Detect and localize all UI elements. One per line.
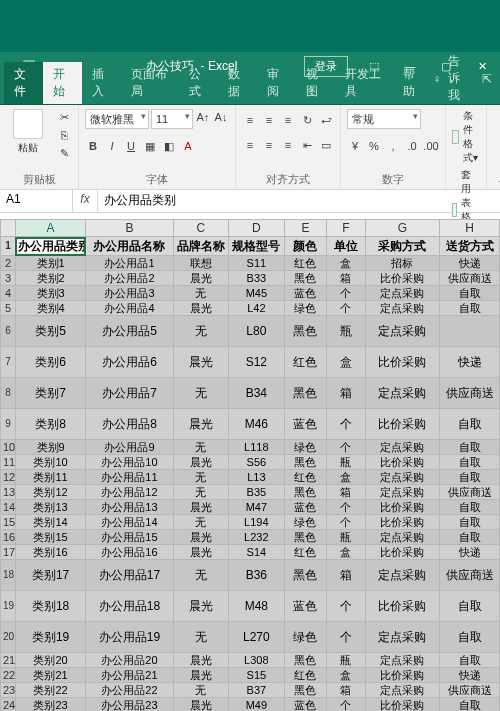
cell[interactable]: 晨光: [173, 545, 228, 560]
cell[interactable]: 办公用品15: [86, 530, 173, 545]
cell[interactable]: 蓝色: [284, 698, 327, 712]
cell[interactable]: 自取: [440, 409, 500, 440]
cell[interactable]: 办公用品21: [86, 668, 173, 683]
cell[interactable]: 类别23: [15, 698, 85, 712]
table-row[interactable]: 20类别19办公用品19无L270绿色个定点采购自取: [1, 622, 500, 653]
cell[interactable]: 办公用品23: [86, 698, 173, 712]
font-name-select[interactable]: 微软雅黑: [85, 109, 149, 129]
cell[interactable]: 比价采购: [365, 500, 440, 515]
cell[interactable]: 供应商送: [440, 485, 500, 500]
cell[interactable]: 快递: [440, 545, 500, 560]
select-all-corner[interactable]: [1, 220, 16, 237]
table-row[interactable]: 5类别4办公用品4晨光L42绿色个定点采购自取: [1, 301, 500, 316]
cell[interactable]: 瓶: [327, 653, 365, 668]
table-row[interactable]: 23类别22办公用品22无B37黑色箱定点采购供应商送: [1, 683, 500, 698]
tab-dev[interactable]: 开发工具: [335, 62, 393, 104]
table-row[interactable]: 4类别3办公用品3无M45蓝色个定点采购自取: [1, 286, 500, 301]
cell[interactable]: 黑色: [284, 455, 327, 470]
cell[interactable]: 晨光: [173, 455, 228, 470]
row-number[interactable]: 6: [1, 316, 16, 347]
cell[interactable]: 自取: [440, 591, 500, 622]
cell[interactable]: 晨光: [173, 530, 228, 545]
row-number[interactable]: 23: [1, 683, 16, 698]
col-A[interactable]: A: [15, 220, 85, 237]
header-cell[interactable]: 办公用品类别: [15, 237, 85, 256]
cell[interactable]: S14: [229, 545, 284, 560]
cell[interactable]: 比价采购: [365, 545, 440, 560]
cell[interactable]: 类别11: [15, 470, 85, 485]
cell[interactable]: 瓶: [327, 455, 365, 470]
table-row[interactable]: 13类别12办公用品12无B35黑色箱定点采购供应商送: [1, 485, 500, 500]
cell[interactable]: 箱: [327, 560, 365, 591]
cell[interactable]: 黑色: [284, 683, 327, 698]
cell[interactable]: 办公用品12: [86, 485, 173, 500]
row-number[interactable]: 3: [1, 271, 16, 286]
cell[interactable]: 办公用品18: [86, 591, 173, 622]
cell[interactable]: 自取: [440, 440, 500, 455]
cut-icon[interactable]: ✂: [56, 109, 72, 125]
cell[interactable]: 黑色: [284, 378, 327, 409]
header-cell[interactable]: 办公用品名称: [86, 237, 173, 256]
align-top-icon[interactable]: ≡: [242, 112, 258, 128]
cell[interactable]: 供应商送: [440, 683, 500, 698]
table-row[interactable]: 19类别18办公用品18晨光M48蓝色个比价采购自取: [1, 591, 500, 622]
row-number[interactable]: 18: [1, 560, 16, 591]
row-number[interactable]: 7: [1, 347, 16, 378]
cell[interactable]: 箱: [327, 485, 365, 500]
header-cell[interactable]: 品牌名称: [173, 237, 228, 256]
cell[interactable]: 类别17: [15, 560, 85, 591]
cell[interactable]: 自取: [440, 653, 500, 668]
cell[interactable]: 绿色: [284, 301, 327, 316]
cell[interactable]: 箱: [327, 683, 365, 698]
table-row[interactable]: 10类别9办公用品9无L118绿色个定点采购自取: [1, 440, 500, 455]
insert-cells-button[interactable]: 插入: [493, 109, 500, 155]
table-row[interactable]: 8类别7办公用品7无B34黑色箱定点采购供应商送: [1, 378, 500, 409]
cell[interactable]: 箱: [327, 378, 365, 409]
cell[interactable]: 无: [173, 485, 228, 500]
align-bot-icon[interactable]: ≡: [280, 112, 296, 128]
align-center-icon[interactable]: ≡: [261, 137, 277, 153]
cell[interactable]: 绿色: [284, 440, 327, 455]
cell[interactable]: 自取: [440, 455, 500, 470]
inc-dec-icon[interactable]: .0: [404, 138, 420, 154]
col-E[interactable]: E: [284, 220, 327, 237]
row-number[interactable]: 19: [1, 591, 16, 622]
cell[interactable]: B35: [229, 485, 284, 500]
cell[interactable]: 盒: [327, 668, 365, 683]
cell[interactable]: 比价采购: [365, 668, 440, 683]
cell[interactable]: 供应商送: [440, 560, 500, 591]
font-color-icon[interactable]: A: [180, 138, 196, 154]
cell[interactable]: L270: [229, 622, 284, 653]
cell[interactable]: 办公用品22: [86, 683, 173, 698]
cell[interactable]: 类别20: [15, 653, 85, 668]
fill-color-icon[interactable]: ◧: [161, 138, 177, 154]
cond-format-button[interactable]: 条件格式▾: [452, 109, 480, 165]
cell[interactable]: 箱: [327, 271, 365, 286]
cell[interactable]: M49: [229, 698, 284, 712]
cell[interactable]: B37: [229, 683, 284, 698]
cell[interactable]: 无: [173, 515, 228, 530]
col-H[interactable]: H: [440, 220, 500, 237]
percent-icon[interactable]: %: [366, 138, 382, 154]
cell[interactable]: 类别4: [15, 301, 85, 316]
formula-input[interactable]: 办公用品类别: [98, 190, 500, 212]
tell-me[interactable]: 告诉我: [448, 53, 469, 104]
row-number[interactable]: 2: [1, 256, 16, 271]
number-format-select[interactable]: 常规: [347, 109, 421, 129]
cell[interactable]: 比价采购: [365, 591, 440, 622]
col-F[interactable]: F: [327, 220, 365, 237]
cell[interactable]: 办公用品1: [86, 256, 173, 271]
cell[interactable]: 无: [173, 440, 228, 455]
cell[interactable]: 自取: [440, 622, 500, 653]
cell[interactable]: 比价采购: [365, 409, 440, 440]
cell[interactable]: 红色: [284, 545, 327, 560]
cell[interactable]: 办公用品8: [86, 409, 173, 440]
underline-icon[interactable]: U: [123, 138, 139, 154]
tab-home[interactable]: 开始: [43, 62, 82, 104]
table-row[interactable]: 6类别5办公用品5无L80黑色瓶定点采购: [1, 316, 500, 347]
italic-icon[interactable]: I: [104, 138, 120, 154]
orientation-icon[interactable]: ↻: [299, 112, 315, 128]
cell[interactable]: 黑色: [284, 485, 327, 500]
name-box[interactable]: A1: [0, 190, 73, 212]
cell[interactable]: 类别22: [15, 683, 85, 698]
